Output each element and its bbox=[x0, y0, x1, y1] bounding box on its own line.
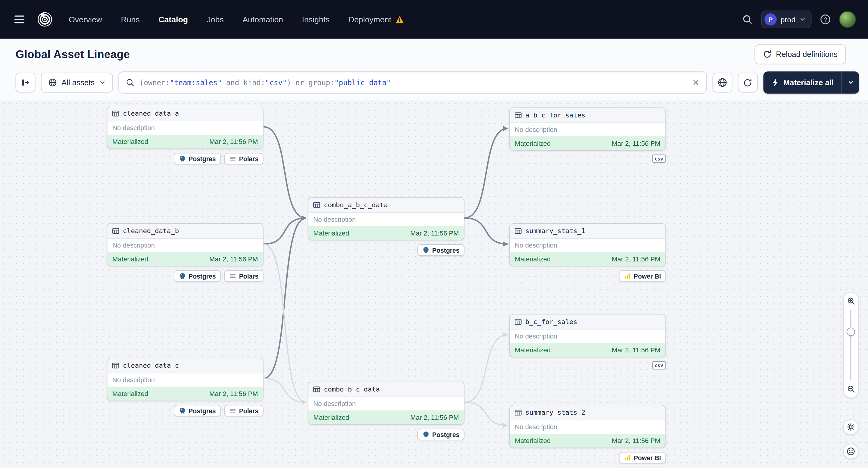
materialized-timestamp: Mar 2, 11:56 PM bbox=[410, 229, 459, 237]
kind-tag-power-bi[interactable]: Power BI bbox=[619, 270, 666, 282]
kind-tag-postgres[interactable]: Postgres bbox=[174, 270, 221, 282]
reload-definitions-button[interactable]: Reload definitions bbox=[754, 44, 846, 64]
asset-node-b_c_for_sales[interactable]: b_c_for_sales No description Materialize… bbox=[509, 314, 666, 370]
materialize-all-button[interactable]: Materialize all bbox=[764, 71, 841, 94]
asset-node-cleaned_data_b[interactable]: cleaned_data_b No description Materializ… bbox=[107, 223, 264, 282]
page-header: Global Asset Lineage Reload definitions bbox=[0, 39, 868, 70]
materialized-timestamp: Mar 2, 11:56 PM bbox=[209, 255, 258, 263]
nav-item-runs[interactable]: Runs bbox=[121, 15, 140, 24]
kind-tag-postgres[interactable]: Postgres bbox=[417, 244, 464, 256]
materialized-status: Materialized bbox=[112, 255, 148, 263]
zoom-slider-thumb[interactable] bbox=[847, 327, 855, 336]
asset-card-header: b_c_for_sales bbox=[510, 315, 665, 330]
primary-nav: Overview Runs Catalog Jobs Automation In… bbox=[69, 15, 404, 24]
dagster-logo-icon[interactable] bbox=[36, 11, 53, 28]
kind-tag-polars[interactable]: Polars bbox=[224, 270, 264, 282]
hamburger-menu-button[interactable] bbox=[11, 11, 28, 28]
asset-node-combo_b_c_data[interactable]: combo_b_c_data No description Materializ… bbox=[308, 381, 464, 440]
nav-item-catalog[interactable]: Catalog bbox=[158, 15, 188, 24]
asset-kind-tags: PostgresPolars bbox=[107, 270, 264, 282]
nav-item-overview[interactable]: Overview bbox=[69, 15, 102, 24]
asset-filter-label: All assets bbox=[61, 78, 95, 87]
help-button[interactable]: ? bbox=[820, 14, 831, 25]
asset-selection-input[interactable]: (owner:"team:sales" and kind:"csv") or g… bbox=[118, 71, 707, 94]
table-icon bbox=[515, 318, 522, 326]
kind-tag-postgres[interactable]: Postgres bbox=[417, 429, 464, 440]
asset-node-cleaned_data_a[interactable]: cleaned_data_a No description Materializ… bbox=[107, 106, 264, 164]
asset-node-summary_stats_1[interactable]: summary_stats_1 No description Materiali… bbox=[509, 223, 666, 282]
asset-status-bar: Materialized Mar 2, 11:56 PM bbox=[107, 252, 263, 266]
asset-card[interactable]: summary_stats_2 No description Materiali… bbox=[509, 405, 666, 448]
graph-options-button[interactable] bbox=[843, 419, 858, 435]
clear-search-button[interactable] bbox=[692, 79, 700, 87]
asset-kind-tags: Postgres bbox=[308, 244, 464, 256]
asset-kind-tags: Postgres bbox=[308, 429, 464, 440]
top-nav: Overview Runs Catalog Jobs Automation In… bbox=[0, 0, 868, 39]
user-avatar[interactable] bbox=[839, 11, 856, 28]
asset-card[interactable]: cleaned_data_c No description Materializ… bbox=[107, 358, 264, 401]
asset-card[interactable]: summary_stats_1 No description Materiali… bbox=[509, 223, 666, 266]
globe-icon bbox=[48, 78, 57, 87]
asset-description: No description bbox=[107, 121, 263, 135]
zoom-out-button[interactable] bbox=[847, 385, 855, 393]
globe-icon bbox=[717, 77, 727, 87]
asset-card[interactable]: a_b_c_for_sales No description Materiali… bbox=[509, 107, 666, 151]
reload-definitions-label: Reload definitions bbox=[776, 50, 838, 59]
table-icon bbox=[313, 385, 320, 393]
zoom-out-icon bbox=[847, 385, 855, 393]
refresh-icon bbox=[743, 78, 752, 87]
warning-icon bbox=[395, 15, 404, 24]
graph-settings-button[interactable] bbox=[712, 72, 732, 92]
nav-item-insights[interactable]: Insights bbox=[302, 15, 330, 24]
polars-icon bbox=[229, 407, 237, 414]
asset-card-header: combo_b_c_data bbox=[308, 382, 464, 397]
lineage-canvas[interactable]: cleaned_data_a No description Materializ… bbox=[0, 100, 868, 468]
nav-item-deployment[interactable]: Deployment bbox=[348, 15, 404, 24]
deployment-switcher[interactable]: P prod bbox=[761, 10, 811, 28]
asset-node-summary_stats_2[interactable]: summary_stats_2 No description Materiali… bbox=[509, 405, 666, 464]
lineage-edge-combo_a_b_c_data-to-a_b_c_for_sales bbox=[464, 129, 507, 218]
nav-item-automation[interactable]: Automation bbox=[243, 15, 283, 24]
nav-right: P prod ? bbox=[742, 10, 856, 28]
search-button[interactable] bbox=[742, 14, 753, 25]
materialized-status: Materialized bbox=[515, 437, 551, 444]
asset-node-combo_a_b_c_data[interactable]: combo_a_b_c_data No description Material… bbox=[308, 197, 464, 256]
asset-card-header: combo_a_b_c_data bbox=[308, 198, 464, 213]
asset-node-a_b_c_for_sales[interactable]: a_b_c_for_sales No description Materiali… bbox=[509, 107, 666, 163]
lineage-edge-cleaned_data_c-to-combo_a_b_c_data bbox=[264, 218, 306, 379]
kind-tag-label: Polars bbox=[239, 273, 259, 279]
asset-card[interactable]: b_c_for_sales No description Materialize… bbox=[509, 314, 666, 357]
kind-tag-postgres[interactable]: Postgres bbox=[174, 405, 221, 416]
materialized-timestamp: Mar 2, 11:56 PM bbox=[209, 137, 258, 146]
nav-item-jobs[interactable]: Jobs bbox=[207, 15, 223, 24]
asset-card[interactable]: combo_a_b_c_data No description Material… bbox=[308, 197, 464, 240]
zoom-controls bbox=[843, 292, 858, 398]
feedback-button[interactable] bbox=[843, 444, 858, 459]
storage-kind-badge-csv[interactable]: csv bbox=[652, 361, 666, 370]
refresh-button[interactable] bbox=[738, 72, 758, 92]
postgres-icon bbox=[422, 246, 430, 254]
materialize-options-button[interactable] bbox=[841, 71, 859, 94]
asset-filter-dropdown[interactable]: All assets bbox=[41, 72, 113, 92]
powerbi-icon bbox=[624, 454, 631, 461]
materialized-timestamp: Mar 2, 11:56 PM bbox=[612, 346, 660, 354]
kind-tag-polars[interactable]: Polars bbox=[224, 153, 264, 165]
kind-tag-polars[interactable]: Polars bbox=[224, 405, 264, 416]
asset-status-bar: Materialized Mar 2, 11:56 PM bbox=[510, 136, 665, 150]
asset-selection-value[interactable]: (owner:"team:sales" and kind:"csv") or g… bbox=[140, 78, 687, 87]
lineage-edge-cleaned_data_a-to-combo_a_b_c_data bbox=[264, 127, 306, 218]
zoom-slider[interactable] bbox=[850, 310, 851, 380]
storage-kind-badge-csv[interactable]: csv bbox=[652, 155, 666, 163]
asset-card[interactable]: cleaned_data_b No description Materializ… bbox=[107, 223, 264, 266]
open-sidebar-button[interactable] bbox=[16, 72, 35, 92]
asset-description: No description bbox=[510, 420, 665, 434]
zoom-in-button[interactable] bbox=[847, 297, 855, 305]
kind-tag-power-bi[interactable]: Power BI bbox=[619, 452, 666, 464]
asset-card[interactable]: cleaned_data_a No description Materializ… bbox=[107, 106, 264, 149]
asset-node-cleaned_data_c[interactable]: cleaned_data_c No description Materializ… bbox=[107, 358, 264, 416]
kind-tag-postgres[interactable]: Postgres bbox=[174, 153, 221, 165]
asset-card[interactable]: combo_b_c_data No description Materializ… bbox=[308, 381, 464, 425]
deployment-name: prod bbox=[781, 15, 796, 24]
asset-card-header: a_b_c_for_sales bbox=[510, 108, 665, 123]
polars-icon bbox=[229, 273, 237, 280]
